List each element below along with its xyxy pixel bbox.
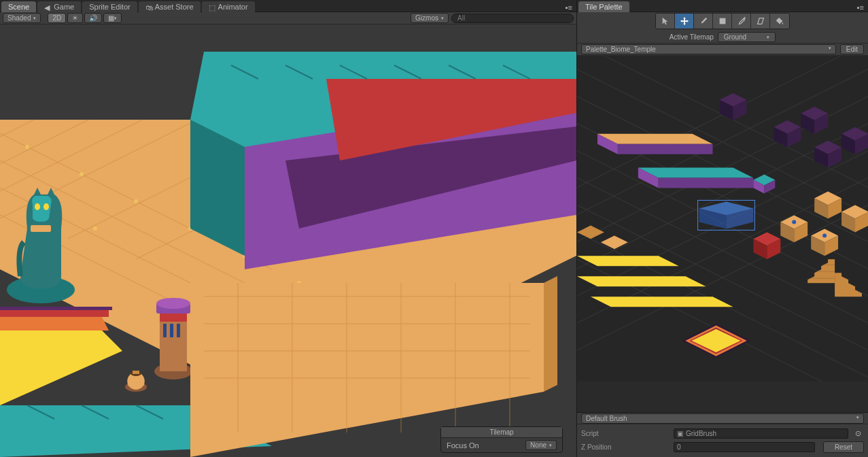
svg-marker-137 [577, 276, 706, 286]
svg-point-40 [35, 203, 40, 210]
scene-search-input[interactable] [451, 14, 574, 23]
svg-rect-53 [133, 371, 139, 374]
script-field[interactable]: ▣GridBrush [674, 428, 848, 439]
palette-name-dropdown[interactable]: Palette_Biome_Temple▾ [581, 44, 836, 54]
svg-point-41 [44, 203, 49, 210]
svg-point-19 [93, 226, 97, 231]
script-icon: ▣ [677, 430, 683, 437]
svg-point-12 [25, 145, 29, 149]
svg-marker-101 [618, 144, 713, 154]
svg-marker-65 [544, 276, 557, 392]
effects-button[interactable]: ▦ ▾ [103, 13, 122, 23]
brush-tool[interactable] [694, 14, 713, 29]
svg-rect-48 [170, 324, 173, 337]
select-tool[interactable] [656, 14, 675, 29]
svg-rect-66 [719, 18, 725, 24]
palette-header: Palette_Biome_Temple▾ Edit [577, 44, 868, 56]
game-icon: ◀ [44, 3, 51, 10]
audio-button[interactable]: 🔊 [84, 13, 102, 23]
svg-rect-46 [160, 314, 187, 322]
svg-point-13 [80, 172, 84, 176]
scene-panel: Scene ◀Game Sprite Editor 🛍Asset Store ⬚… [0, 0, 576, 457]
move-tool[interactable] [675, 14, 694, 29]
tab-game[interactable]: ◀Game [37, 1, 81, 12]
eraser-tool[interactable] [751, 14, 770, 29]
tab-scene[interactable]: Scene [1, 1, 36, 12]
svg-marker-36 [0, 317, 109, 331]
reset-button[interactable]: Reset [823, 441, 864, 453]
palette-toolbar: Active Tilemap Ground▾ [577, 12, 868, 44]
svg-rect-47 [163, 324, 167, 337]
palette-view[interactable] [577, 56, 868, 412]
svg-point-14 [134, 199, 138, 203]
tab-animator[interactable]: ⬚Animator [202, 1, 255, 12]
brush-dropdown[interactable]: Default Brush▾ [581, 413, 864, 424]
svg-marker-37 [0, 310, 109, 317]
store-icon: 🛍 [145, 3, 152, 10]
z-position-label: Z Position [581, 443, 670, 451]
svg-rect-49 [177, 324, 180, 337]
active-tilemap-label: Active Tilemap [670, 33, 714, 41]
svg-point-125 [822, 233, 827, 237]
tab-asset-store[interactable]: 🛍Asset Store [139, 1, 201, 12]
picker-tool[interactable] [732, 14, 751, 29]
tab-options-icon[interactable]: ▪≡ [561, 3, 576, 12]
script-label: Script [581, 430, 670, 437]
scene-tab-bar: Scene ◀Game Sprite Editor 🛍Asset Store ⬚… [0, 0, 576, 12]
mode-2d-button[interactable]: 2D [48, 13, 66, 23]
palette-canvas [577, 56, 868, 382]
scene-view[interactable]: Tilemap Focus On None▾ [0, 24, 576, 457]
brush-inspector: Script ▣GridBrush ⊙ Z Position 0 Reset [577, 424, 868, 457]
svg-point-121 [792, 220, 796, 224]
focus-on-dropdown[interactable]: None▾ [525, 440, 557, 450]
brush-header: Default Brush▾ [577, 412, 868, 424]
animator-icon: ⬚ [209, 3, 215, 10]
svg-point-50 [156, 298, 190, 309]
palette-tab-options-icon[interactable]: ▪≡ [853, 3, 868, 12]
scene-toolbar: Shaded▾ 2D ☀ 🔊 ▦ ▾ Gizmos▾ [0, 12, 576, 24]
scene-canvas [0, 24, 576, 457]
tilemap-overlay-title: Tilemap [441, 427, 562, 438]
gizmos-dropdown[interactable]: Gizmos▾ [411, 13, 449, 23]
shading-mode-dropdown[interactable]: Shaded▾ [3, 13, 41, 23]
tilemap-overlay: Tilemap Focus On None▾ [440, 426, 563, 453]
sand-strip-tile [597, 134, 713, 154]
box-tool[interactable] [713, 14, 732, 29]
focus-on-label: Focus On [447, 441, 479, 450]
active-tilemap-dropdown[interactable]: Ground▾ [718, 32, 776, 42]
tab-sprite-editor[interactable]: Sprite Editor [82, 1, 137, 12]
svg-marker-38 [0, 307, 112, 310]
palette-tool-buttons [655, 13, 790, 29]
pillar [154, 298, 192, 379]
teal-strip-tile [638, 168, 754, 188]
fill-tool[interactable] [770, 14, 789, 29]
z-position-field[interactable]: 0 [674, 442, 815, 452]
tab-tile-palette[interactable]: Tile Palette [578, 1, 629, 12]
svg-marker-104 [659, 178, 754, 188]
svg-rect-42 [31, 225, 51, 232]
svg-marker-138 [591, 297, 733, 307]
lighting-button[interactable]: ☀ [67, 13, 83, 23]
object-picker-icon[interactable]: ⊙ [852, 429, 864, 438]
edit-button[interactable]: Edit [840, 44, 864, 54]
palette-tab-bar: Tile Palette ▪≡ [577, 0, 868, 12]
tile-palette-panel: Tile Palette ▪≡ Active Tilemap Ground▾ P… [576, 0, 868, 457]
